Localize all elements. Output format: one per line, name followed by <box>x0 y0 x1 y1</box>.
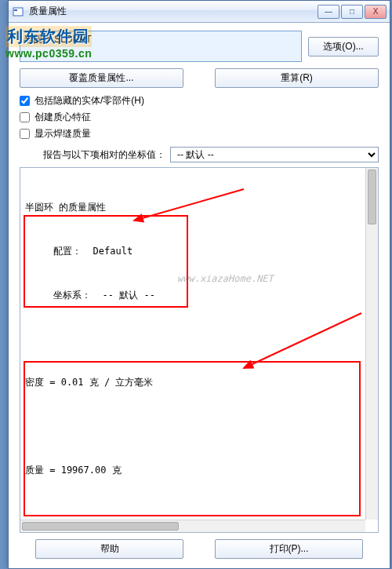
minimize-button[interactable]: — <box>318 5 339 19</box>
scrollbar-thumb-v[interactable] <box>368 170 376 224</box>
file-input[interactable]: 半圆环.SLDPRT <box>20 31 302 62</box>
scrollbar-thumb-h[interactable] <box>22 522 179 531</box>
close-button[interactable]: X <box>365 5 387 19</box>
report-density: 密度 = 0.01 克 / 立方毫米 <box>25 375 373 390</box>
center-mass-checkbox[interactable] <box>20 112 30 122</box>
svg-rect-1 <box>14 9 17 11</box>
window-title: 质量属性 <box>29 5 316 18</box>
vertical-scrollbar[interactable] <box>365 168 378 520</box>
help-button[interactable]: 帮助 <box>35 539 183 559</box>
window-controls: — □ X <box>316 5 387 19</box>
bottom-buttons: 帮助 打印(P)... <box>20 539 379 559</box>
report-coord: 坐标系： -- 默认 -- <box>25 288 373 303</box>
watermark-mid: www.xiazaHome.NET <box>177 272 274 286</box>
coordinate-row: 报告与以下项相对的坐标值： -- 默认 -- <box>20 147 379 162</box>
report-header: 半圆环 的质量属性 <box>25 200 373 215</box>
weld-bead-checkbox[interactable] <box>20 129 30 139</box>
include-hidden-label: 包括隐藏的实体/零部件(H) <box>34 94 144 108</box>
include-hidden-checkbox[interactable] <box>20 96 30 106</box>
titlebar[interactable]: 质量属性 — □ X <box>9 1 390 23</box>
options-button[interactable]: 选项(O)... <box>308 37 379 57</box>
checkbox-center-mass[interactable]: 创建质心特征 <box>20 111 379 124</box>
report-panel[interactable]: 半圆环 的质量属性 配置： Default 坐标系： -- 默认 -- 密度 =… <box>20 167 379 533</box>
dialog-body: 利东软件园 www.pc0359.cn 半圆环.SLDPRT 选项(O)... … <box>9 23 390 568</box>
report-config: 配置： Default <box>25 244 373 259</box>
recalculate-button[interactable]: 重算(R) <box>215 68 379 88</box>
action-row: 覆盖质量属性... 重算(R) <box>20 68 379 88</box>
checkbox-include-hidden[interactable]: 包括隐藏的实体/零部件(H) <box>20 94 379 108</box>
coordinate-label: 报告与以下项相对的坐标值： <box>43 148 165 162</box>
checkbox-weld-bead[interactable]: 显示焊缝质量 <box>20 127 379 140</box>
report-mass: 质量 = 19967.00 克 <box>25 463 373 478</box>
coordinate-select[interactable]: -- 默认 -- <box>170 147 379 162</box>
file-row: 半圆环.SLDPRT 选项(O)... <box>20 31 379 62</box>
center-mass-label: 创建质心特征 <box>34 111 91 124</box>
maximize-button[interactable]: □ <box>341 5 363 19</box>
override-button[interactable]: 覆盖质量属性... <box>20 68 183 88</box>
window-frame: 质量属性 — □ X 利东软件园 www.pc0359.cn 半圆环.SLDPR… <box>8 0 390 569</box>
weld-bead-label: 显示焊缝质量 <box>34 127 91 140</box>
print-button[interactable]: 打印(P)... <box>215 539 363 559</box>
horizontal-scrollbar[interactable] <box>20 520 365 532</box>
svg-rect-0 <box>13 8 23 16</box>
app-icon <box>12 5 24 18</box>
